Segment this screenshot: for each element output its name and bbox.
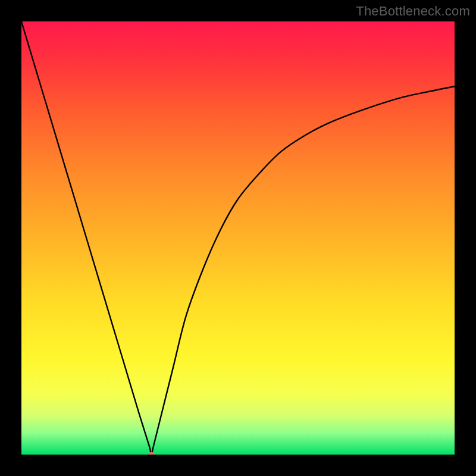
bottleneck-curve [21, 21, 455, 455]
attribution-label: TheBottleneck.com [356, 4, 470, 19]
minimum-marker [147, 452, 155, 455]
chart-frame: TheBottleneck.com [0, 0, 476, 476]
plot-area [21, 21, 455, 455]
curve-layer [21, 21, 455, 455]
